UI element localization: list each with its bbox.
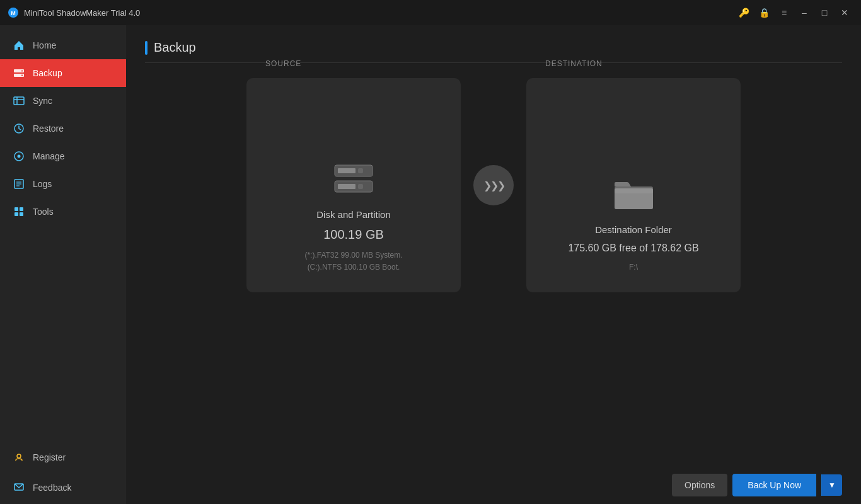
sidebar-label-manage: Manage	[33, 151, 65, 161]
sidebar: Home Backup Sync	[0, 25, 126, 504]
backup-dropdown-button[interactable]: ▼	[821, 474, 842, 496]
logs-icon	[13, 178, 25, 190]
sync-icon	[13, 94, 25, 107]
source-detail: (*:).FAT32 99.00 MB System. (C:).NTFS 10…	[304, 249, 402, 273]
sidebar-label-feedback: Feedback	[33, 483, 71, 493]
lock-icon[interactable]: 🔒	[755, 4, 773, 21]
sidebar-item-register[interactable]: Register	[0, 444, 126, 474]
sidebar-label-restore: Restore	[33, 123, 64, 134]
titlebar: M MiniTool ShadowMaker Trial 4.0 🔑 🔒 ≡ –…	[0, 0, 861, 25]
source-icon-area	[332, 162, 376, 199]
source-card[interactable]: SOURCE Disk and Partit	[246, 78, 461, 292]
svg-rect-16	[14, 207, 18, 211]
svg-rect-32	[615, 188, 653, 193]
page-header: Backup	[145, 40, 842, 63]
sidebar-label-tools: Tools	[33, 207, 54, 217]
menu-icon[interactable]: ≡	[775, 4, 793, 21]
source-label: SOURCE	[265, 59, 301, 68]
sidebar-label-backup: Backup	[33, 68, 62, 78]
sidebar-label-register: Register	[33, 452, 66, 462]
manage-icon	[13, 150, 25, 163]
sidebar-label-sync: Sync	[33, 96, 52, 106]
app-title: MiniTool ShadowMaker Trial 4.0	[24, 8, 140, 18]
feedback-icon	[13, 481, 25, 494]
svg-point-11	[18, 155, 21, 158]
sidebar-spacer	[0, 226, 126, 444]
destination-label: DESTINATION	[545, 59, 603, 68]
disk-icon	[332, 162, 376, 197]
svg-rect-18	[14, 212, 18, 216]
minimize-button[interactable]: –	[795, 4, 813, 21]
arrow-button[interactable]: ❯❯❯	[473, 165, 514, 205]
svg-text:M: M	[11, 10, 16, 16]
sidebar-label-home: Home	[33, 40, 56, 50]
destination-path: F:\	[629, 261, 638, 273]
tools-icon	[13, 205, 25, 218]
svg-rect-19	[20, 212, 23, 216]
destination-title: Destination Folder	[595, 224, 672, 235]
home-icon	[13, 39, 25, 52]
svg-rect-29	[358, 184, 363, 189]
page-title: Backup	[154, 40, 196, 55]
svg-rect-25	[358, 168, 363, 173]
sidebar-item-home[interactable]: Home	[0, 32, 126, 59]
options-button[interactable]: Options	[672, 474, 727, 496]
svg-point-20	[17, 454, 21, 458]
content-area: Backup SOURCE	[126, 25, 861, 504]
destination-icon-area	[613, 177, 654, 214]
folder-icon	[613, 177, 654, 212]
svg-rect-24	[338, 168, 355, 173]
sidebar-item-logs[interactable]: Logs	[0, 170, 126, 198]
svg-rect-28	[338, 184, 355, 189]
source-size: 100.19 GB	[323, 227, 384, 242]
app-logo-icon: M	[8, 7, 19, 18]
titlebar-controls: 🔑 🔒 ≡ – □ ✕	[735, 4, 853, 21]
restore-icon	[13, 122, 25, 135]
maximize-button[interactable]: □	[816, 4, 833, 21]
svg-rect-4	[21, 71, 23, 72]
bottom-bar: Options Back Up Now ▼	[126, 466, 861, 504]
sidebar-item-manage[interactable]: Manage	[0, 142, 126, 170]
sidebar-item-tools[interactable]: Tools	[0, 198, 126, 226]
sidebar-item-feedback[interactable]: Feedback	[0, 474, 126, 504]
close-button[interactable]: ✕	[836, 4, 853, 21]
main-layout: Home Backup Sync	[0, 25, 861, 504]
svg-rect-6	[14, 97, 24, 105]
destination-card[interactable]: DESTINATION Destination Folder 175.60 GB	[526, 78, 741, 292]
svg-rect-17	[20, 207, 23, 211]
destination-free-space: 175.60 GB free of 178.62 GB	[568, 243, 698, 254]
page-title-accent	[145, 41, 147, 55]
register-icon	[13, 451, 25, 464]
key-icon[interactable]: 🔑	[735, 4, 753, 21]
sidebar-item-sync[interactable]: Sync	[0, 87, 126, 115]
titlebar-left: M MiniTool ShadowMaker Trial 4.0	[8, 7, 140, 18]
sidebar-item-restore[interactable]: Restore	[0, 115, 126, 142]
sidebar-label-logs: Logs	[33, 179, 52, 189]
arrow-symbol: ❯❯❯	[483, 180, 504, 192]
backup-icon	[13, 67, 25, 79]
cards-container: SOURCE Disk and Partit	[145, 78, 842, 292]
source-title: Disk and Partition	[316, 209, 391, 220]
backup-now-button[interactable]: Back Up Now	[732, 474, 816, 496]
svg-rect-5	[21, 75, 23, 76]
sidebar-item-backup[interactable]: Backup	[0, 59, 126, 87]
